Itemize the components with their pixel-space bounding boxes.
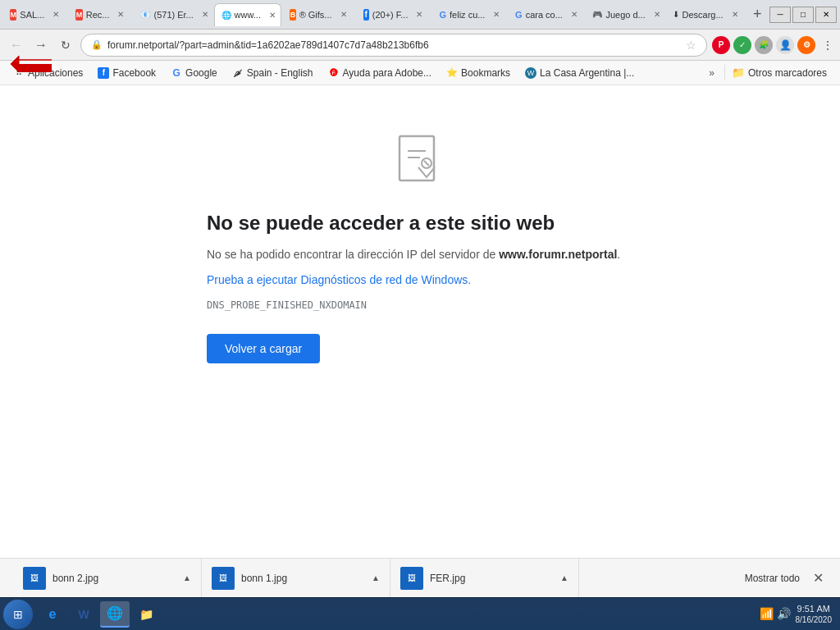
bookmarks-bar: ⠿ Aplicaciones f Facebook G Google 🌶 Spa…	[0, 61, 840, 85]
show-all-downloads-button[interactable]: Mostrar todo	[735, 568, 810, 589]
otros-marcadores-folder[interactable]: 📁 Otros marcadores	[724, 65, 833, 80]
tab-9-close[interactable]: ✕	[652, 9, 662, 20]
tab-5[interactable]: B ® Gifs... ✕	[283, 3, 354, 26]
puzzle-icon[interactable]: 🧩	[755, 36, 773, 54]
spain-english-icon: 🌶	[232, 67, 244, 79]
tab-8-close[interactable]: ✕	[569, 9, 579, 20]
ie-icon: e	[44, 606, 61, 623]
tab-6[interactable]: f (20+) F... ✕	[357, 3, 431, 26]
download-chevron-1[interactable]: ▲	[183, 573, 191, 582]
title-bar: M SAL... ✕ M Rec... ✕ 📧 (571) Er... ✕ 🌐 …	[0, 0, 840, 30]
url-text: forumr.netportal/?part=admin&tid=1a6202a…	[107, 39, 681, 51]
reload-page-button[interactable]: Volver a cargar	[207, 334, 320, 363]
close-download-bar-button[interactable]: ✕	[810, 567, 827, 589]
taskbar-word[interactable]: W	[69, 601, 98, 628]
tab-5-label: ® Gifs...	[299, 10, 332, 20]
address-bar[interactable]: 🔒 forumr.netportal/?part=admin&tid=1a620…	[80, 34, 707, 57]
tab-4-label: www...	[235, 10, 261, 20]
tab-2-close[interactable]: ✕	[116, 9, 126, 20]
window-controls: ─ □ ✕	[769, 7, 837, 23]
system-tray: 📶 🔊	[760, 607, 791, 620]
tab-3[interactable]: 📧 (571) Er... ✕	[134, 3, 212, 26]
wordpress-icon: W	[525, 67, 536, 79]
address-bar-row: ← → ↻ 🔒 forumr.netportal/?part=admin&tid…	[0, 30, 840, 61]
download-name-1: bonn 2.jpg	[52, 573, 98, 584]
tab-8[interactable]: G cara co... ✕	[509, 3, 584, 26]
bookmark-facebook[interactable]: f Facebook	[91, 65, 162, 81]
tab-7-favicon: G	[439, 9, 446, 21]
download-name-3: FER.jpg	[430, 573, 465, 584]
bookmark-bookmarks-label: Bookmarks	[461, 67, 510, 79]
chrome-icon: 🌐	[107, 605, 123, 622]
tab-7-label: feliz cu...	[450, 10, 485, 20]
tab-6-favicon: f	[363, 9, 369, 21]
tab-7-close[interactable]: ✕	[491, 9, 501, 20]
tab-2-label: Rec...	[86, 10, 110, 20]
error-description: No se ha podido encontrar la dirección I…	[207, 246, 620, 263]
bookmark-adobe-label: Ayuda para Adobe...	[343, 67, 432, 79]
error-icon-wrapper	[395, 135, 445, 195]
bookmark-apps[interactable]: ⠿ Aplicaciones	[7, 65, 89, 81]
apps-icon: ⠿	[13, 67, 25, 79]
taskbar: ⊞ e W 🌐 📁 📶 🔊 9:51 AM 8/16/2020	[0, 597, 840, 630]
tab-6-close[interactable]: ✕	[414, 9, 424, 20]
facebook-icon: f	[98, 67, 109, 79]
forward-button[interactable]: →	[31, 35, 51, 55]
chrome-menu-icon[interactable]: ⚙	[797, 36, 815, 54]
tab-1-close[interactable]: ✕	[51, 9, 61, 20]
tab-10[interactable]: ⬇ Descarg... ✕	[666, 3, 746, 26]
tab-8-label: cara co...	[526, 10, 563, 20]
taskbar-ie[interactable]: e	[38, 601, 67, 628]
download-name-2: bonn 1.jpg	[241, 573, 287, 584]
clock: 9:51 AM 8/16/2020	[796, 603, 833, 625]
diagnostics-link[interactable]: Prueba a ejecutar Diagnósticos de red de…	[207, 273, 471, 286]
clock-date: 8/16/2020	[796, 614, 833, 625]
tab-3-label: (571) Er...	[153, 10, 193, 20]
start-button[interactable]: ⊞	[3, 600, 33, 629]
tab-5-close[interactable]: ✕	[339, 9, 349, 20]
bookmark-adobe[interactable]: 🅐 Ayuda para Adobe...	[322, 65, 439, 81]
bookmarks-more-button[interactable]: »	[704, 65, 719, 81]
download-item-3[interactable]: 🖼 FER.jpg ▲	[390, 559, 579, 597]
tab-2-favicon: M	[75, 9, 82, 21]
download-item-1[interactable]: 🖼 bonn 2.jpg ▲	[13, 559, 202, 597]
minimize-button[interactable]: ─	[769, 7, 791, 23]
bookmark-google[interactable]: G Google	[164, 65, 224, 81]
tab-10-close[interactable]: ✕	[730, 9, 740, 20]
close-button[interactable]: ✕	[815, 7, 837, 23]
taskbar-right: 📶 🔊 9:51 AM 8/16/2020	[760, 603, 838, 625]
clock-time: 9:51 AM	[797, 603, 830, 614]
page-content: No se puede acceder a este sitio web No …	[0, 85, 840, 558]
taskbar-chrome[interactable]: 🌐	[100, 601, 130, 628]
folder-icon: 📁	[732, 66, 745, 79]
tab-9[interactable]: 🎮 Juego d... ✕	[586, 3, 664, 26]
tab-3-close[interactable]: ✕	[200, 9, 210, 20]
bookmark-bookmarks[interactable]: ⭐ Bookmarks	[440, 65, 517, 81]
speaker-icon: 🔊	[777, 607, 791, 620]
bookmark-star-icon[interactable]: ☆	[686, 39, 696, 52]
maximize-button[interactable]: □	[792, 7, 814, 23]
bookmark-facebook-label: Facebook	[112, 67, 156, 79]
new-tab-button[interactable]: +	[746, 3, 768, 26]
user-icon[interactable]: 👤	[776, 36, 794, 54]
tab-2[interactable]: M Rec... ✕	[69, 3, 132, 26]
bookmark-spain-english-label: Spain - English	[247, 67, 313, 79]
broken-page-icon	[395, 135, 445, 192]
download-chevron-3[interactable]: ▲	[560, 573, 568, 582]
tab-4-close[interactable]: ✕	[267, 10, 277, 21]
bookmark-spain-english[interactable]: 🌶 Spain - English	[226, 65, 320, 81]
bookmark-casa-argentina[interactable]: W La Casa Argentina |...	[518, 65, 641, 81]
reload-button[interactable]: ↻	[56, 35, 75, 55]
tab-1[interactable]: M SAL... ✕	[3, 3, 67, 26]
tab-8-favicon: G	[515, 9, 523, 21]
taskbar-explorer[interactable]: 📁	[131, 601, 161, 628]
green-shield-icon[interactable]: ✓	[733, 36, 751, 54]
toolbar-icons: P ✓ 🧩 👤 ⚙	[712, 36, 815, 54]
pinterest-icon[interactable]: P	[712, 36, 730, 54]
tab-7[interactable]: G feliz cu... ✕	[432, 3, 507, 26]
download-chevron-2[interactable]: ▲	[372, 573, 380, 582]
download-item-2[interactable]: 🖼 bonn 1.jpg ▲	[202, 559, 390, 597]
more-options-button[interactable]: ⋮	[822, 39, 833, 52]
tab-4[interactable]: 🌐 www... ✕	[214, 3, 282, 26]
back-button[interactable]: ←	[7, 35, 26, 55]
